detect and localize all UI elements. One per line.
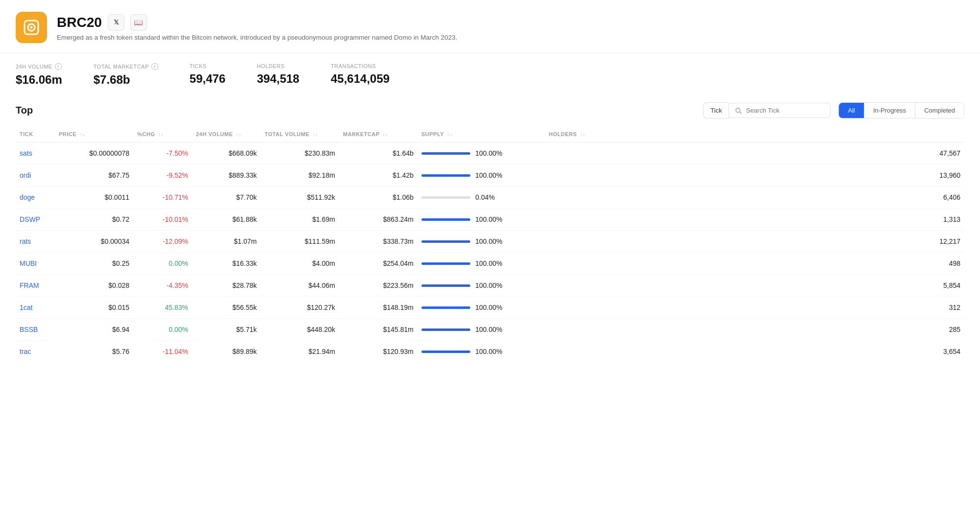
progress-bar (421, 328, 470, 331)
cell-tick: ordi (16, 164, 55, 187)
cell-chg: -4.35% (133, 275, 192, 297)
tick-link[interactable]: BSSB (20, 326, 38, 333)
cell-totvol: $92.18m (261, 164, 339, 187)
search-input-wrap[interactable] (729, 103, 831, 118)
tick-link[interactable]: sats (20, 149, 32, 157)
brand-subtitle: Emerged as a fresh token standard within… (57, 34, 964, 41)
cell-holders: 498 (545, 253, 964, 275)
cell-vol24: $668.09k (192, 142, 261, 164)
cell-chg: 0.00% (133, 253, 192, 275)
tick-link[interactable]: FRAM (20, 281, 39, 289)
stat-value: $7.68b (94, 73, 158, 87)
cell-mcap: $1.42b (339, 164, 417, 187)
stat-item: TOTAL MARKETCAPi$7.68b (94, 63, 158, 87)
twitter-icon: 𝕏 (114, 19, 119, 26)
supply-label: 100.00% (475, 171, 502, 179)
tick-link[interactable]: DSWP (20, 215, 40, 223)
col-chg: %CHG ↑↓ (133, 126, 192, 142)
cell-holders: 3,654 (545, 341, 964, 363)
filter-all-button[interactable]: All (839, 103, 864, 118)
cell-totvol: $44.06m (261, 275, 339, 297)
cell-supply: 100.00% (417, 319, 545, 341)
cell-tick: trac (16, 341, 55, 363)
progress-fill (421, 240, 470, 243)
search-icon (735, 107, 742, 114)
cell-chg: -10.01% (133, 209, 192, 231)
mcap-sort-icon[interactable]: ↑↓ (383, 132, 388, 137)
cell-price: $0.0011 (55, 187, 133, 209)
stats-bar: 24H VOLUMEi$16.06mTOTAL MARKETCAPi$7.68b… (0, 53, 980, 98)
tick-link[interactable]: 1cat (20, 304, 32, 311)
cell-vol24: $61.88k (192, 209, 261, 231)
cell-supply: 100.00% (417, 231, 545, 253)
table-row: DSWP$0.72-10.01%$61.88k$1.69m$863.24m100… (16, 209, 964, 231)
stat-label: TICKS (190, 63, 225, 69)
price-sort-icon[interactable]: ↑↓ (80, 132, 85, 137)
supply-label: 100.00% (475, 281, 502, 289)
holders-sort-icon[interactable]: ↑↓ (580, 132, 586, 137)
tick-link[interactable]: ordi (20, 171, 31, 179)
stat-item: HOLDERS394,518 (257, 63, 299, 87)
search-input[interactable] (746, 107, 824, 114)
cell-chg: -11.04% (133, 341, 192, 363)
cell-price: $6.94 (55, 319, 133, 341)
stat-label: TRANSACTIONS (331, 63, 390, 69)
tick-link[interactable]: rats (20, 237, 31, 245)
info-icon[interactable]: i (151, 63, 158, 70)
progress-bar (421, 152, 470, 155)
table-row: BSSB$6.940.00%$5.71k$448.20k$145.81m100.… (16, 319, 964, 341)
tick-link[interactable]: doge (20, 193, 35, 201)
stat-value: 394,518 (257, 72, 299, 86)
table-row: 1cat$0.01545.83%$56.55k$120.27k$148.19m1… (16, 297, 964, 319)
stat-item: 24H VOLUMEi$16.06m (16, 63, 62, 87)
cell-holders: 312 (545, 297, 964, 319)
cell-vol24: $7.70k (192, 187, 261, 209)
cell-supply: 100.00% (417, 341, 545, 363)
tick-link[interactable]: trac (20, 348, 31, 355)
table-row: sats$0.00000078-7.50%$668.09k$230.83m$1.… (16, 142, 964, 164)
chg-sort-icon[interactable]: ↑↓ (158, 132, 164, 137)
cell-chg: -10.71% (133, 187, 192, 209)
progress-fill (421, 174, 470, 177)
cell-totvol: $230.83m (261, 142, 339, 164)
stat-label: TOTAL MARKETCAPi (94, 63, 158, 70)
table-row: rats$0.00034-12.09%$1.07m$111.59m$338.73… (16, 231, 964, 253)
table-section: Top Tick All In-Progress Completed TICK … (0, 98, 980, 362)
docs-button[interactable]: 📖 (130, 14, 147, 31)
cell-price: $0.00034 (55, 231, 133, 253)
supply-label: 100.00% (475, 215, 502, 223)
cell-tick: doge (16, 187, 55, 209)
twitter-button[interactable]: 𝕏 (108, 14, 124, 31)
cell-vol24: $28.78k (192, 275, 261, 297)
col-holders: HOLDERS ↑↓ (545, 126, 964, 142)
title-row: BRC20 𝕏 📖 (57, 14, 964, 31)
cell-price: $0.72 (55, 209, 133, 231)
table-controls: Top Tick All In-Progress Completed (16, 98, 964, 118)
progress-fill (421, 218, 470, 221)
vol24-sort-icon[interactable]: ↑↓ (236, 132, 242, 137)
cell-mcap: $1.64b (339, 142, 417, 164)
supply-label: 100.00% (475, 237, 502, 245)
supply-label: 100.00% (475, 326, 502, 333)
supply-sort-icon[interactable]: ↑↓ (447, 132, 452, 137)
cell-holders: 47,567 (545, 142, 964, 164)
cell-mcap: $863.24m (339, 209, 417, 231)
cell-supply: 100.00% (417, 142, 545, 164)
filter-inprogress-button[interactable]: In-Progress (864, 103, 915, 118)
stat-item: TRANSACTIONS45,614,059 (331, 63, 390, 87)
filter-completed-button[interactable]: Completed (915, 103, 964, 118)
totvol-sort-icon[interactable]: ↑↓ (313, 132, 318, 137)
cell-mcap: $254.04m (339, 253, 417, 275)
cell-tick: FRAM (16, 275, 55, 297)
table-row: doge$0.0011-10.71%$7.70k$511.92k$1.06b0.… (16, 187, 964, 209)
cell-vol24: $889.33k (192, 164, 261, 187)
cell-mcap: $223.56m (339, 275, 417, 297)
info-icon[interactable]: i (55, 63, 62, 70)
stat-label: 24H VOLUMEi (16, 63, 62, 70)
supply-label: 100.00% (475, 149, 502, 157)
supply-label: 100.00% (475, 348, 502, 355)
tick-link[interactable]: MUBI (20, 259, 37, 267)
progress-bar (421, 196, 470, 199)
cell-mcap: $338.73m (339, 231, 417, 253)
cell-price: $0.015 (55, 297, 133, 319)
